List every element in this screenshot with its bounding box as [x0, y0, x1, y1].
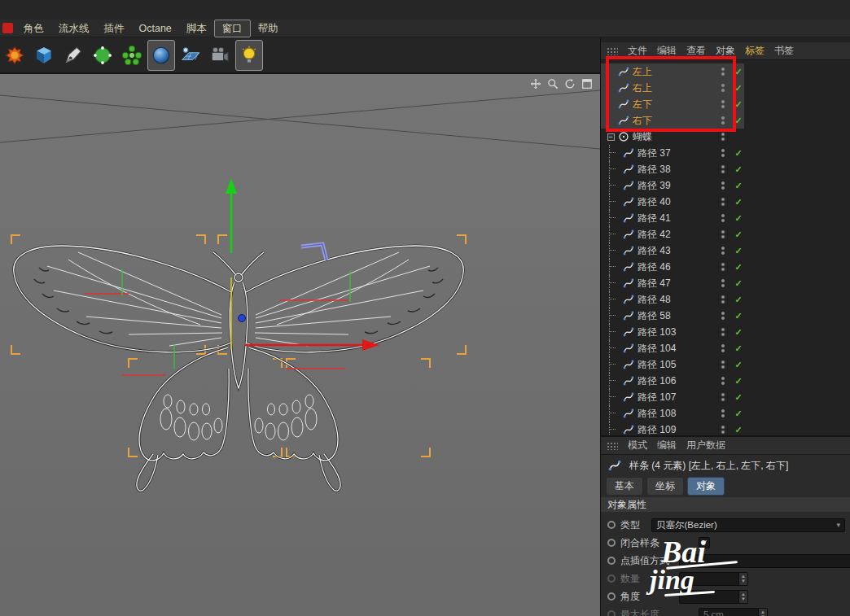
object-row[interactable]: 右下✓	[601, 112, 744, 129]
object-row[interactable]: 路径 108✓	[601, 405, 744, 422]
enabled-check-icon[interactable]: ✓	[733, 213, 744, 224]
stepper-arrows-icon[interactable]: ▲▼	[759, 608, 768, 616]
attribute-tab[interactable]: 基本	[606, 477, 643, 496]
om-menu-item[interactable]: 对象	[716, 44, 735, 58]
om-menu-item[interactable]: 查看	[686, 44, 706, 58]
om-menu-item[interactable]: 编辑	[657, 44, 677, 58]
menubar-item[interactable]: 插件	[97, 20, 132, 37]
sphere-edit-icon[interactable]	[89, 40, 116, 71]
enabled-check-icon[interactable]: ✓	[733, 83, 744, 94]
enabled-check-icon[interactable]: ✓	[733, 376, 744, 387]
number-field[interactable]: 5 cm	[699, 608, 759, 616]
gizmo-origin-point[interactable]	[239, 315, 246, 322]
menubar-item[interactable]: 脚本	[179, 20, 214, 37]
visibility-dots[interactable]	[719, 68, 727, 76]
spline-pen-icon[interactable]	[59, 40, 87, 71]
maximize-icon[interactable]	[581, 77, 594, 90]
enabled-check-icon[interactable]: ✓	[733, 164, 744, 175]
keyframe-circle-icon[interactable]	[607, 557, 616, 565]
stepper-arrows-icon[interactable]: ▲▼	[739, 572, 748, 586]
object-row[interactable]: 路径 40✓	[601, 194, 744, 210]
viewport-3d[interactable]	[0, 73, 600, 616]
object-row[interactable]: 路径 109✓	[601, 422, 744, 435]
enabled-check-icon[interactable]: ✓	[733, 343, 744, 354]
enabled-check-icon[interactable]: ✓	[733, 262, 744, 273]
stepper-arrows-icon[interactable]: ▲▼	[739, 590, 748, 604]
visibility-dots[interactable]	[719, 312, 727, 320]
visibility-dots[interactable]	[719, 263, 727, 271]
number-field[interactable]	[679, 572, 739, 586]
array-clone-icon[interactable]	[118, 40, 146, 71]
object-row[interactable]: 路径 47✓	[601, 275, 744, 291]
visibility-dots[interactable]	[719, 295, 727, 304]
enabled-check-icon[interactable]: ✓	[733, 425, 744, 435]
visibility-dots[interactable]	[719, 165, 727, 173]
object-row[interactable]: 路径 48✓	[601, 291, 744, 308]
visibility-dots[interactable]	[719, 214, 727, 222]
menubar-item[interactable]: 流水线	[51, 20, 97, 37]
dropdown-field[interactable]: 贝塞尔(Bezier)▾	[651, 518, 845, 532]
enabled-check-icon[interactable]: ✓	[733, 181, 744, 191]
visibility-dots[interactable]	[719, 181, 727, 190]
keyframe-circle-icon[interactable]	[607, 574, 616, 583]
attribute-tab[interactable]: 对象	[687, 477, 725, 496]
visibility-dots[interactable]	[719, 344, 727, 352]
enabled-check-icon[interactable]: ✓	[733, 311, 744, 321]
object-row[interactable]: 路径 42✓	[601, 226, 744, 242]
visibility-dots[interactable]	[719, 133, 727, 141]
panel-drag-handle-icon[interactable]	[607, 442, 618, 450]
menubar-item[interactable]: 帮助	[251, 20, 286, 37]
object-row[interactable]: 路径 41✓	[601, 210, 744, 226]
enabled-check-icon[interactable]: ✓	[733, 99, 744, 110]
number-field[interactable]	[679, 590, 739, 604]
floor-plane-icon[interactable]	[177, 40, 204, 71]
pan-icon[interactable]	[529, 77, 542, 90]
am-menu-item[interactable]: 编辑	[657, 439, 677, 452]
visibility-dots[interactable]	[719, 409, 727, 417]
object-row[interactable]: 路径 39✓	[601, 177, 744, 194]
visibility-dots[interactable]	[719, 84, 727, 92]
enabled-check-icon[interactable]: ✓	[733, 148, 744, 159]
rotate-icon[interactable]	[563, 77, 576, 90]
object-row[interactable]: 路径 106✓	[601, 373, 744, 389]
app-icon[interactable]	[2, 23, 13, 33]
om-menu-item[interactable]: 文件	[628, 44, 647, 58]
object-row[interactable]: 路径 43✓	[601, 242, 744, 259]
sphere-deformer-icon[interactable]	[147, 40, 175, 71]
object-row[interactable]: 路径 37✓	[601, 145, 744, 161]
keyframe-circle-icon[interactable]	[607, 539, 616, 547]
visibility-dots[interactable]	[719, 393, 727, 401]
expander-icon[interactable]: −	[607, 133, 615, 141]
cube-primitive-icon[interactable]	[30, 40, 58, 71]
keyframe-circle-icon[interactable]	[607, 592, 616, 601]
enabled-check-icon[interactable]: ✓	[733, 278, 744, 289]
am-menu-item[interactable]: 模式	[628, 439, 647, 452]
object-row[interactable]: 路径 46✓	[601, 259, 744, 275]
keyframe-circle-icon[interactable]	[607, 610, 616, 616]
zoom-icon[interactable]	[546, 77, 559, 90]
enabled-check-icon[interactable]: ✓	[733, 392, 744, 403]
enabled-check-icon[interactable]: ✓	[733, 67, 744, 77]
menubar-item[interactable]: Octane	[132, 20, 179, 37]
panel-drag-handle-icon[interactable]	[607, 47, 618, 55]
object-row[interactable]: 右上✓	[601, 80, 744, 96]
light-icon[interactable]	[235, 40, 263, 71]
enabled-check-icon[interactable]: ✓	[733, 229, 744, 240]
object-row[interactable]: 路径 103✓	[601, 324, 744, 340]
attribute-tab[interactable]: 坐标	[646, 477, 684, 496]
om-menu-item[interactable]: 书签	[774, 44, 794, 58]
visibility-dots[interactable]	[719, 149, 727, 157]
object-row[interactable]: 路径 38✓	[601, 161, 744, 177]
enabled-check-icon[interactable]: ✓	[733, 116, 744, 126]
enabled-check-icon[interactable]: ✓	[733, 327, 744, 338]
keyframe-circle-icon[interactable]	[607, 521, 616, 529]
enabled-check-icon[interactable]: ✓	[733, 360, 744, 370]
menubar-item[interactable]: 窗口	[214, 20, 251, 37]
visibility-dots[interactable]	[719, 377, 727, 385]
object-row[interactable]: −蝴蝶	[601, 129, 744, 145]
visibility-dots[interactable]	[719, 279, 727, 287]
am-menu-item[interactable]: 用户数据	[686, 439, 725, 452]
enabled-check-icon[interactable]: ✓	[733, 246, 744, 256]
visibility-dots[interactable]	[719, 247, 727, 255]
enabled-check-icon[interactable]: ✓	[733, 197, 744, 208]
